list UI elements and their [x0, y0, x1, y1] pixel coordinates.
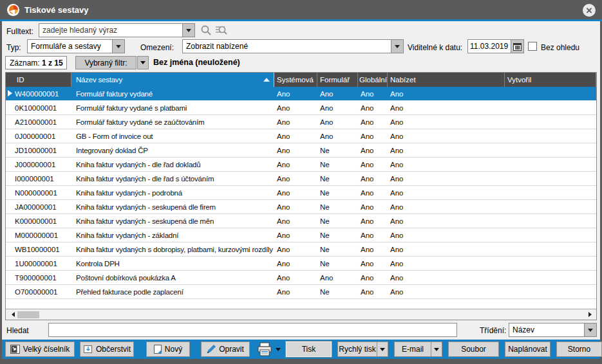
cell-id: K000000001 [6, 214, 71, 228]
table-row[interactable]: WB10000001Kniha faktur vydaných s dobrop… [6, 242, 596, 257]
calendar-icon[interactable] [511, 40, 523, 53]
cell-name: Formulář faktury vydané s platbami [71, 101, 274, 114]
sort-select[interactable]: Název [509, 323, 597, 337]
table-row[interactable]: T900000001Poštovní dobírková poukázka AA… [6, 271, 596, 285]
printer-dropdown-icon[interactable] [276, 348, 281, 351]
table-row[interactable]: JA00000001Kniha faktur vydaných - seskup… [6, 200, 596, 214]
column-header-sys[interactable]: Systémová [274, 73, 317, 87]
disregard-checkbox[interactable] [528, 42, 537, 51]
cell-offer: Ano [388, 101, 505, 114]
cell-form: Ne [317, 242, 358, 256]
new-button[interactable]: Nový [146, 341, 190, 357]
restriction-dropdown-icon[interactable] [391, 40, 403, 53]
table-row[interactable]: 1U00000001Kontrola DPHAnoNeAnoAno [6, 257, 596, 271]
cell-name: Kniha faktur vydaných - základní [71, 228, 274, 242]
cell-sys: Ano [274, 228, 317, 242]
app-logo-icon [7, 4, 19, 16]
type-select[interactable]: Formuláře a sestavy [27, 39, 125, 53]
cell-form: Ne [317, 285, 358, 298]
restriction-select[interactable]: Zobrazit nabízené [182, 39, 404, 53]
cell-id: O700000001 [6, 285, 71, 298]
quick-print-dropdown-icon[interactable] [377, 341, 388, 357]
cell-offer: Ano [388, 87, 505, 100]
table-row[interactable]: JD10000001Integrovaný doklad ČPAnoNeAnoA… [6, 143, 596, 158]
fulltext-dropdown-icon[interactable] [182, 24, 194, 37]
cell-form: Ano [317, 271, 358, 284]
cell-name: Kniha faktur vydaných - dle řad dokladů [71, 158, 274, 171]
search-input[interactable] [48, 323, 457, 337]
visible-date-input[interactable]: 11.03.2019 [467, 39, 524, 53]
cell-name: Formulář faktury vydané [71, 87, 274, 100]
cell-offer: Ano [388, 228, 505, 242]
cell-form: Ne [317, 200, 358, 214]
table-row[interactable]: A210000001Formulář faktury vydané se zaú… [6, 115, 596, 129]
edit-button[interactable]: Opravit [201, 341, 250, 357]
window-title: Tiskové sestavy [24, 5, 89, 15]
accent-line [0, 19, 602, 21]
column-header-glob[interactable]: Globální [358, 73, 388, 87]
printer-icon[interactable] [256, 342, 273, 356]
table-row[interactable]: K000000001Kniha faktur vydaných - seskup… [6, 214, 596, 228]
table-row[interactable]: M000000001Kniha faktur vydaných - základ… [6, 228, 596, 242]
cell-offer: Ano [388, 214, 505, 228]
scrollbar-thumb[interactable] [17, 311, 39, 318]
cell-glob: Ano [358, 158, 388, 171]
table-row[interactable]: 0J00000001GB - Form of invoice outAnoAno… [6, 129, 596, 143]
fulltext-label: Fulltext: [6, 27, 33, 36]
cell-name: Kniha faktur vydaných s dobropisy, platb… [71, 242, 274, 256]
cell-offer: Ano [388, 143, 505, 157]
cell-form: Ne [317, 143, 358, 157]
cell-sys: Ano [274, 87, 317, 100]
record-counter: Záznam: 1 z 15 [5, 56, 67, 69]
table-row[interactable]: N000000001Kniha faktur vydaných - podrob… [6, 186, 596, 200]
column-header-id[interactable]: ID [6, 73, 71, 87]
cancel-button[interactable]: Storno [556, 341, 602, 357]
cell-creator [505, 186, 596, 199]
fulltext-search-icon[interactable] [214, 23, 229, 37]
table-row[interactable]: O700000001Přehled fakturace podle zaplac… [6, 285, 596, 299]
cell-id: N000000001 [6, 186, 71, 199]
table-empty-area [6, 299, 596, 309]
cell-creator [505, 242, 596, 256]
quick-print-button[interactable]: Rychlý tisk [337, 341, 377, 357]
print-button[interactable]: Tisk [286, 341, 332, 357]
table-row[interactable]: 0K10000001Formulář faktury vydané s plat… [6, 101, 596, 115]
column-header-form[interactable]: Formulář [317, 73, 358, 87]
cell-id: WB10000001 [6, 242, 71, 256]
selected-filter-dropdown-icon[interactable] [137, 56, 149, 69]
cell-offer: Ano [388, 200, 505, 214]
cell-sys: Ano [274, 242, 317, 256]
big-list-button[interactable]: Velký číselník [5, 341, 75, 357]
file-button[interactable]: Soubor [448, 341, 499, 357]
table-row[interactable]: W400000001Formulář faktury vydanéAnoAnoA… [6, 87, 596, 101]
email-button[interactable]: E-mail [394, 341, 431, 357]
schedule-button[interactable]: Naplánovat [505, 341, 550, 357]
scroll-right-icon[interactable] [588, 312, 592, 317]
cell-name: Kniha faktur vydaných - dle řad s účtová… [71, 172, 274, 185]
column-header-name[interactable]: Název sestavy [71, 73, 274, 87]
cell-glob: Ano [358, 186, 388, 199]
sort-dropdown-icon[interactable] [584, 323, 596, 336]
search-icon[interactable] [199, 23, 213, 37]
table-row[interactable]: I000000001Kniha faktur vydaných - dle řa… [6, 172, 596, 186]
cell-sys: Ano [274, 257, 317, 270]
horizontal-scrollbar[interactable] [6, 309, 596, 320]
email-dropdown-icon[interactable] [431, 341, 442, 357]
column-header-creator[interactable]: Vytvořil [505, 73, 596, 87]
cell-sys: Ano [274, 143, 317, 157]
close-icon[interactable]: ✕ [583, 4, 596, 17]
selected-filter-button[interactable]: Vybraný filtr: [75, 56, 136, 69]
fulltext-input[interactable]: zadejte hledaný výraz [39, 23, 195, 37]
cell-creator [505, 285, 596, 298]
refresh-button[interactable]: Občerstvit [80, 341, 134, 357]
scroll-left-icon[interactable] [12, 312, 15, 317]
cell-glob: Ano [358, 115, 388, 129]
type-dropdown-icon[interactable] [112, 40, 124, 53]
column-header-offer[interactable]: Nabízet [388, 73, 505, 87]
cell-form: Ano [317, 101, 358, 114]
cell-glob: Ano [358, 242, 388, 256]
table-row[interactable]: J000000001Kniha faktur vydaných - dle řa… [6, 158, 596, 172]
cell-id: J000000001 [6, 158, 71, 171]
cell-name: Poštovní dobírková poukázka A [71, 271, 274, 284]
cell-form: Ne [317, 257, 358, 270]
